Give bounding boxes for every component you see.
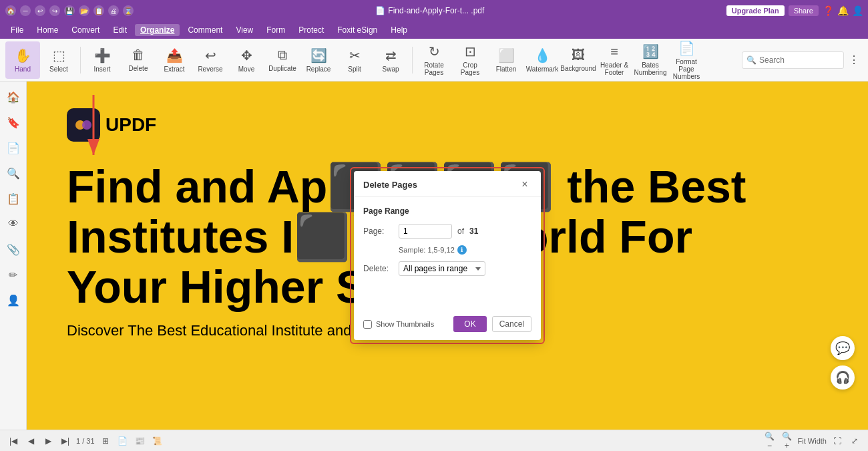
menu-protect[interactable]: Protect: [293, 24, 329, 36]
hand-tool-button[interactable]: ✋ Hand: [5, 41, 40, 79]
modal-overlay: Delete Pages × Page Range Page: of 31: [27, 82, 868, 430]
help-icon[interactable]: ❓: [823, 5, 833, 16]
sample-row: Sample: 1,5-9,12 ℹ: [399, 245, 531, 255]
watermark-icon: 💧: [534, 47, 551, 63]
save-as-btn[interactable]: 📋: [93, 5, 104, 16]
delete-options-select[interactable]: All pages in range Odd pages in range Ev…: [399, 261, 485, 276]
watermark-label: Watermark: [526, 65, 559, 73]
delete-button[interactable]: 🗑 Delete: [121, 41, 156, 79]
split-button[interactable]: ✂ Split: [337, 41, 372, 79]
sidebar-user-icon[interactable]: 👤: [3, 290, 23, 310]
minimize-btn[interactable]: ─: [20, 5, 31, 16]
single-page-button[interactable]: 📄: [116, 434, 130, 448]
search-input[interactable]: [759, 55, 839, 65]
open-btn[interactable]: 📂: [79, 5, 89, 16]
sample-text: Sample: 1,5-9,12: [399, 246, 455, 254]
menu-edit[interactable]: Edit: [107, 24, 132, 36]
fullscreen-button[interactable]: ⛶: [831, 434, 844, 448]
ok-button[interactable]: OK: [453, 316, 486, 332]
rotate-label: Rotate Pages: [417, 61, 451, 76]
menu-help[interactable]: Help: [385, 24, 413, 36]
select-tool-button[interactable]: ⬚ Select: [41, 41, 76, 79]
format-label: Format Page Numbers: [669, 58, 704, 80]
show-thumbnails-checkbox[interactable]: [363, 320, 372, 329]
zoom-out-button[interactable]: 🔍−: [763, 434, 777, 448]
menu-view[interactable]: View: [230, 24, 258, 36]
prev-page-button[interactable]: ◀: [24, 434, 37, 448]
move-button[interactable]: ✥ Move: [229, 41, 264, 79]
info-icon[interactable]: ℹ: [457, 245, 467, 255]
left-sidebar: 🏠 🔖 📄 🔍 📋 👁 📎 ✏ 👤: [0, 82, 27, 430]
move-icon: ✥: [241, 47, 252, 63]
history-btn[interactable]: ⌛: [123, 5, 134, 16]
expand-button[interactable]: ⤢: [848, 434, 861, 448]
sidebar-signature-icon[interactable]: ✏: [3, 265, 23, 285]
sidebar-pages-icon[interactable]: 📄: [3, 138, 23, 158]
swap-button[interactable]: ⇄ Swap: [373, 41, 408, 79]
replace-button[interactable]: 🔄 Replace: [301, 41, 336, 79]
of-label: of: [457, 227, 464, 236]
sidebar-home-icon[interactable]: 🏠: [3, 87, 23, 107]
menu-organize[interactable]: Organize: [135, 24, 180, 36]
page-info: 1 / 31: [76, 437, 95, 445]
status-left: |◀ ◀ ▶ ▶| 1 / 31 ⊞ 📄 📰 📜: [7, 434, 164, 448]
next-page-button[interactable]: ▶: [41, 434, 55, 448]
undo-btn[interactable]: ↩: [35, 5, 45, 16]
reverse-button[interactable]: ↩ Reverse: [193, 41, 228, 79]
insert-button[interactable]: ➕ Insert: [85, 41, 120, 79]
sidebar-bookmark-icon[interactable]: 🔖: [3, 112, 23, 132]
zoom-in-button[interactable]: 🔍+: [781, 434, 794, 448]
menu-form[interactable]: Form: [261, 24, 290, 36]
toolbar-more-button[interactable]: ⋮: [845, 41, 863, 79]
sidebar-search-icon[interactable]: 🔍: [3, 163, 23, 183]
bates-icon: 🔢: [642, 43, 659, 59]
menu-file[interactable]: File: [5, 24, 29, 36]
duplicate-button[interactable]: ⧉ Duplicate: [265, 41, 300, 79]
notification-icon[interactable]: 🔔: [837, 5, 848, 16]
upgrade-plan-button[interactable]: Upgrade Plan: [726, 5, 785, 16]
move-label: Move: [238, 65, 254, 73]
page-row: Page: of 31: [363, 224, 531, 239]
watermark-button[interactable]: 💧 Watermark: [525, 41, 560, 79]
modal-close-button[interactable]: ×: [518, 178, 531, 191]
crop-button[interactable]: ⊡ Crop Pages: [453, 41, 487, 79]
menu-comment[interactable]: Comment: [182, 24, 228, 36]
print-btn[interactable]: 🖨: [108, 5, 119, 16]
header-footer-button[interactable]: ≡ Header & Footer: [597, 41, 632, 79]
first-page-button[interactable]: |◀: [7, 434, 20, 448]
title-center: 📄 Find-and-Apply-For-t... .pdf: [375, 6, 484, 15]
thumbnail-view-button[interactable]: ⊞: [99, 434, 112, 448]
status-right: 🔍− 🔍+ Fit Width ⛶ ⤢: [763, 434, 861, 448]
last-page-button[interactable]: ▶|: [59, 434, 72, 448]
cancel-button[interactable]: Cancel: [492, 316, 531, 332]
crop-icon: ⊡: [465, 43, 476, 59]
swap-icon: ⇄: [385, 47, 397, 63]
replace-label: Replace: [306, 65, 331, 73]
menu-convert[interactable]: Convert: [66, 24, 105, 36]
title-right: Upgrade Plan Share ❓ 🔔 👤: [726, 5, 863, 16]
bates-button[interactable]: 🔢 Bates Numbering: [633, 41, 668, 79]
flatten-button[interactable]: ⬜ Flatten: [489, 41, 523, 79]
insert-label: Insert: [93, 65, 110, 73]
sidebar-layers-icon[interactable]: 👁: [3, 214, 23, 234]
extract-button[interactable]: 📤 Extract: [157, 41, 192, 79]
format-page-numbers-button[interactable]: 📄 Format Page Numbers: [669, 41, 704, 79]
page-range-title: Page Range: [363, 206, 531, 216]
show-thumbnails-label: Show Thumbnails: [376, 320, 434, 328]
two-page-button[interactable]: 📰: [134, 434, 147, 448]
background-button[interactable]: 🖼 Background: [561, 41, 596, 79]
menu-home[interactable]: Home: [31, 24, 63, 36]
sidebar-clipboard-icon[interactable]: 📋: [3, 188, 23, 208]
share-button[interactable]: Share: [789, 5, 819, 16]
separator-1: [80, 47, 81, 73]
rotate-button[interactable]: ↻ Rotate Pages: [417, 41, 451, 79]
save-btn[interactable]: 💾: [64, 5, 75, 16]
sidebar-attachment-icon[interactable]: 📎: [3, 239, 23, 259]
menu-foxit[interactable]: Foxit eSign: [332, 24, 383, 36]
user-avatar[interactable]: 👤: [852, 5, 863, 16]
background-label: Background: [560, 65, 596, 72]
delete-label: Delete:: [363, 264, 393, 273]
scroll-view-button[interactable]: 📜: [151, 434, 164, 448]
page-input[interactable]: [399, 224, 452, 239]
redo-btn[interactable]: ↪: [49, 5, 60, 16]
